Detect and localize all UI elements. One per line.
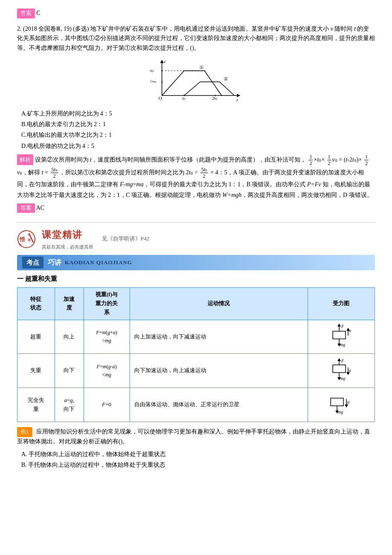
accel-freefall: a=g,向下 bbox=[55, 388, 84, 422]
th-diagram: 受力图 bbox=[308, 288, 375, 320]
svg-text:①: ① bbox=[199, 65, 204, 70]
th-state: 特征状态 bbox=[17, 288, 55, 320]
ketang-section: 悟 ✕ 剑 课堂精讲 其欲在其境，必先捷其班 见《自学听讲》P42 bbox=[17, 222, 375, 251]
state-underweight: 失重 bbox=[17, 354, 55, 388]
jiexi-badge: 解析 bbox=[17, 154, 33, 165]
question2-text: 2. (2018 全国卷Ⅲ, 19) (多选) 地下矿井中的矿石装在矿车中，用电… bbox=[17, 24, 375, 53]
options-section: A.矿车上升所用的时间之比为 4：5 B.电机的最大牵引力之比为 2：1 C.电… bbox=[21, 108, 375, 151]
force-overweight: F=m(g+a)>mg bbox=[84, 320, 130, 354]
svg-text:mg: mg bbox=[340, 376, 345, 381]
svg-rect-24 bbox=[333, 331, 346, 339]
fraction1: 12 bbox=[308, 154, 313, 167]
qiaojiang-title: 巧讲 bbox=[48, 257, 61, 268]
fraction5: 5t₀2 bbox=[200, 167, 208, 179]
diagram-underweight: F a mg bbox=[308, 354, 375, 388]
state-overweight: 超重 bbox=[17, 320, 55, 354]
svg-text:F: F bbox=[341, 324, 344, 329]
fraction4: 5t₀2 bbox=[51, 167, 58, 179]
svg-rect-34 bbox=[333, 365, 346, 373]
diagram-freefall: g mg bbox=[308, 388, 375, 422]
motion-underweight: 向下加速运动，向上减速运动 bbox=[130, 354, 308, 388]
svg-text:②: ② bbox=[224, 76, 228, 81]
wujian-logo-svg: 悟 ✕ 剑 bbox=[17, 230, 36, 249]
example1-options: A. 手托物体向上运动的过程中，物体始终处于超重状态 B. 手托物体向上运动的过… bbox=[21, 449, 375, 470]
svg-rect-44 bbox=[331, 398, 343, 406]
svg-text:剑: 剑 bbox=[19, 243, 22, 247]
force-underweight: F=m(g-a)<mg bbox=[84, 354, 130, 388]
answer1-badge: 答案 bbox=[17, 9, 35, 18]
th-accel: 加速度 bbox=[55, 288, 84, 320]
table-row: 完全失重 a=g,向下 F=0 自由落体运动、抛体运动、正常运行的卫星 g mg bbox=[17, 388, 375, 422]
svg-text:2t₀: 2t₀ bbox=[212, 96, 217, 101]
svg-marker-39 bbox=[346, 372, 350, 375]
example1-section: 例1 应用物理知识分析生活中的常见现象，可以使物理学习更加有趣和深入。例如平伸手… bbox=[17, 427, 375, 471]
option-A: A.矿车上升所用的时间之比为 4：5 bbox=[21, 108, 375, 119]
svg-text:a: a bbox=[349, 368, 351, 373]
accel-down: 向下 bbox=[55, 354, 84, 388]
motion-freefall: 自由落体运动、抛体运动、正常运行的卫星 bbox=[130, 388, 308, 422]
svg-text:½v₀: ½v₀ bbox=[150, 79, 156, 84]
section-overweight-title: 一 超重和失重 bbox=[17, 274, 375, 284]
accel-up: 向上 bbox=[55, 320, 84, 354]
force-svg-freefall: g mg bbox=[324, 390, 358, 416]
solution-section: 解析 设第②次所用时间为 t，速度图线与时间轴所围面积等于位移（此题中为提升的高… bbox=[17, 154, 375, 201]
th-force: 视重(f)与重力的关系 bbox=[84, 288, 130, 320]
option-D: D.电机所做的功之比为 4：5 bbox=[21, 141, 375, 151]
th-motion: 运动情况 bbox=[130, 288, 308, 320]
svg-text:F: F bbox=[341, 358, 344, 363]
fraction3: 12 bbox=[364, 154, 369, 167]
kaodian-section: 考点 巧讲 KAODIAN QIAOJIANG bbox=[17, 255, 375, 270]
table-header-row: 特征状态 加速度 视重(f)与重力的关系 运动情况 受力图 bbox=[17, 288, 375, 320]
svg-marker-3 bbox=[237, 94, 240, 97]
example1-option-A: A. 手托物体向上运动的过程中，物体始终处于超重状态 bbox=[21, 449, 375, 460]
svg-text:✕: ✕ bbox=[27, 237, 31, 243]
question2-section: 2. (2018 全国卷Ⅲ, 19) (多选) 地下矿井中的矿石装在矿车中，用电… bbox=[17, 24, 375, 53]
fraction2: 12 bbox=[327, 154, 331, 167]
svg-marker-46 bbox=[345, 405, 348, 408]
svg-text:a: a bbox=[349, 328, 351, 333]
answer1-section: 答案 C bbox=[17, 9, 375, 20]
svg-marker-26 bbox=[337, 324, 341, 327]
svg-text:O: O bbox=[159, 95, 162, 101]
example1-option-B: B. 手托物体向上运动的过程中，物体始终处于失重状态 bbox=[21, 460, 375, 470]
state-freefall: 完全失重 bbox=[17, 388, 55, 422]
ketang-ref: 见《自学听讲》P42 bbox=[102, 234, 149, 243]
kaodian-label: 考点 bbox=[22, 257, 43, 269]
answer2-badge: 答案 bbox=[17, 203, 35, 213]
svg-marker-36 bbox=[337, 358, 341, 361]
svg-text:mg: mg bbox=[338, 410, 343, 414]
svg-text:v₀: v₀ bbox=[150, 68, 154, 73]
force-svg-overweight: F a mg bbox=[324, 323, 358, 348]
svg-text:v: v bbox=[164, 59, 166, 64]
qiaojiang-subtitle: KAODIAN QIAOJIANG bbox=[65, 258, 132, 267]
overweight-table: 特征状态 加速度 视重(f)与重力的关系 运动情况 受力图 超重 向上 F=m(… bbox=[17, 287, 375, 422]
answer2-value: AC bbox=[36, 205, 44, 211]
table-row: 超重 向上 F=m(g+a)>mg 向上加速运动，向下减速运动 F a bbox=[17, 320, 375, 354]
option-C: C.电机输出的最大功率之比为 2：1 bbox=[21, 130, 375, 140]
diagram-overweight: F a mg bbox=[308, 320, 375, 354]
svg-text:g: g bbox=[347, 399, 349, 404]
ketang-title-block: 课堂精讲 其欲在其境，必先捷其班 bbox=[42, 227, 93, 251]
svg-marker-2 bbox=[160, 60, 164, 63]
table-row: 失重 向下 F=m(g-a)<mg 向下加速运动，向上减速运动 F a bbox=[17, 354, 375, 388]
svg-text:悟: 悟 bbox=[19, 236, 26, 243]
svg-text:t: t bbox=[236, 97, 238, 102]
ketang-logo: 悟 ✕ 剑 bbox=[17, 230, 36, 249]
answer2-section: 答案 AC bbox=[17, 203, 375, 215]
vt-graph-svg: v t v₀ ½v₀ t₀ 2t₀ ① ② O bbox=[149, 57, 243, 104]
motion-overweight: 向上加速运动，向下减速运动 bbox=[130, 320, 308, 354]
option-B: B.电机的最大牵引力之比为 2：1 bbox=[21, 119, 375, 130]
force-svg-underweight: F a mg bbox=[324, 356, 358, 382]
example1-text: 应用物理知识分析生活中的常见现象，可以使物理学习更加有趣和深入。例如平伸手掌托起… bbox=[17, 428, 370, 445]
svg-text:mg: mg bbox=[340, 342, 345, 347]
ketang-title-text: 课堂精讲 bbox=[42, 227, 93, 242]
example1-label: 例1 bbox=[17, 427, 32, 437]
answer1-value: C bbox=[37, 10, 40, 16]
ketang-subtitle-text: 其欲在其境，必先捷其班 bbox=[42, 243, 93, 251]
velocity-time-graph: v t v₀ ½v₀ t₀ 2t₀ ① ② O bbox=[17, 57, 375, 104]
svg-text:t₀: t₀ bbox=[182, 96, 185, 101]
force-freefall: F=0 bbox=[84, 388, 130, 422]
